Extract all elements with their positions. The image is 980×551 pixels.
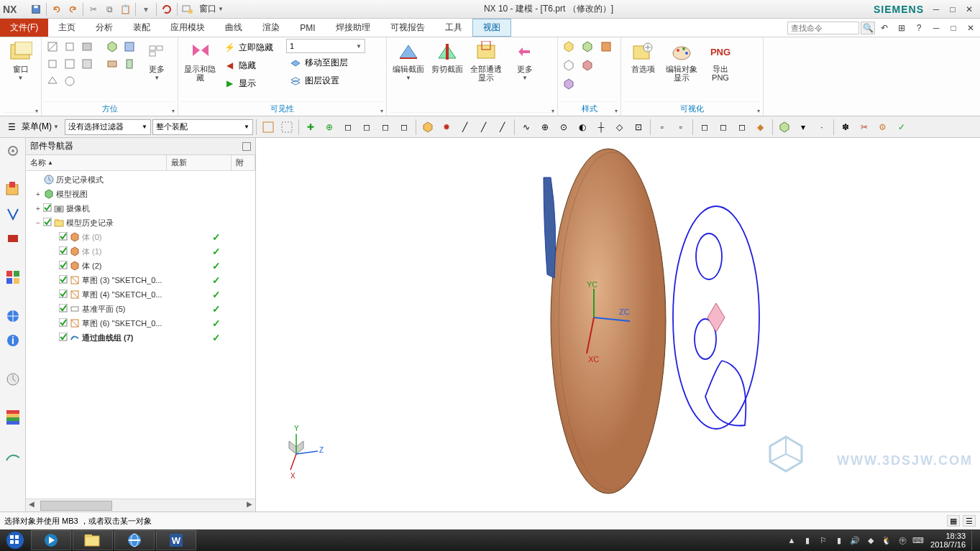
menu-home[interactable]: 主页 (48, 19, 86, 37)
all-through-button[interactable]: 全部通透显示 (467, 39, 505, 83)
nav-constraint-icon[interactable] (3, 228, 23, 249)
snap-9[interactable]: ◐ (574, 119, 591, 136)
checkbox[interactable] (59, 333, 69, 343)
edit-section-button[interactable]: 编辑截面 ▼ (390, 39, 427, 83)
misc-2[interactable]: ✂ (856, 119, 873, 136)
col-name[interactable]: 名称 ▲ (26, 155, 167, 170)
checkbox[interactable] (59, 318, 69, 328)
immediate-hide[interactable]: ⚡立即隐藏 (220, 39, 285, 56)
settings-icon[interactable]: ⊞ (894, 22, 910, 34)
menu-app[interactable]: 应用模块 (160, 19, 215, 37)
help-icon[interactable]: ? (911, 22, 927, 34)
tree-row[interactable]: 草图 (6) "SKETCH_0...✓ (26, 316, 255, 330)
sel-7[interactable]: ◻ (377, 119, 394, 136)
expand-toggle[interactable]: + (33, 205, 43, 213)
sel-6[interactable]: ◻ (358, 119, 375, 136)
search-button[interactable]: 🔍 (861, 22, 875, 34)
menu-view[interactable]: 视图 (472, 19, 511, 37)
checkbox[interactable] (59, 232, 69, 242)
repeat-icon[interactable] (160, 2, 174, 17)
snap-1[interactable] (419, 119, 436, 136)
doc-maximize-button[interactable]: □ (945, 22, 961, 34)
checkbox[interactable] (43, 218, 53, 228)
sel-2[interactable] (278, 119, 296, 136)
nav-horizontal-scrollbar[interactable]: ◀ ▶ (26, 499, 255, 511)
filter-combo[interactable]: 没有选择过滤器▼ (65, 119, 151, 135)
orient-btn-2[interactable] (62, 39, 78, 55)
tray-app2-icon[interactable]: 🐧 (880, 534, 893, 547)
view-trimetric-icon[interactable] (122, 39, 137, 55)
snap-12[interactable]: ⊡ (630, 119, 647, 136)
orient-btn-6[interactable] (79, 56, 95, 72)
col-extra[interactable]: 附 (232, 155, 255, 170)
view-iso-icon[interactable] (104, 39, 120, 55)
orient-btn-8[interactable] (62, 73, 78, 89)
tree-row[interactable]: −模型历史记录 (26, 216, 255, 230)
nav-pin-icon[interactable] (242, 142, 251, 151)
doc-icon[interactable]: ▾ (139, 2, 153, 17)
tree-row[interactable]: 历史记录模式 (26, 172, 255, 187)
sel-8[interactable]: ◻ (395, 119, 413, 136)
misc-3[interactable]: ⚙ (874, 119, 892, 136)
touch-icon[interactable] (180, 2, 195, 17)
status-icon-1[interactable]: ▦ (947, 515, 960, 527)
menu-report[interactable]: 可视报告 (380, 19, 435, 37)
orient-btn-7[interactable] (45, 73, 60, 89)
analysis-2[interactable]: ▾ (794, 119, 812, 136)
obj-2[interactable]: ◻ (715, 119, 732, 136)
undo-icon[interactable] (50, 2, 64, 17)
snap-2[interactable]: ✹ (438, 119, 455, 136)
menu-render[interactable]: 渲染 (252, 19, 290, 37)
nav-assembly-icon[interactable] (3, 204, 23, 224)
checkbox[interactable] (59, 304, 69, 314)
style-studio-icon[interactable] (561, 76, 577, 92)
style-face-icon[interactable] (598, 39, 614, 55)
maximize-button[interactable]: □ (945, 3, 961, 16)
history-icon[interactable]: ↶ (876, 22, 892, 34)
tree-row[interactable]: 体 (2)✓ (26, 259, 255, 273)
show-button[interactable]: ▶显示 (220, 75, 285, 92)
start-button[interactable] (0, 529, 30, 551)
tray-app1-icon[interactable]: ◆ (864, 534, 877, 547)
task-explorer-icon[interactable] (73, 530, 113, 550)
show-hide-button[interactable]: 显示和隐藏 (181, 39, 219, 83)
minimize-button[interactable]: ─ (928, 3, 944, 16)
sel-4[interactable]: ⊕ (321, 119, 338, 136)
window-dropdown-label[interactable]: 窗口 (199, 3, 216, 15)
tree-row[interactable]: 通过曲线组 (7)✓ (26, 330, 255, 345)
col-latest[interactable]: 最新 (167, 155, 232, 170)
checkbox[interactable] (59, 290, 69, 300)
tray-action-icon[interactable]: ⚐ (817, 534, 830, 547)
menu-toggle-icon[interactable]: ☰ (3, 119, 20, 136)
tree-row[interactable]: 体 (1)✓ (26, 244, 255, 259)
analysis-3[interactable]: · (813, 119, 830, 136)
orient-btn-4[interactable] (45, 56, 60, 72)
cut-icon[interactable]: ✂ (86, 2, 101, 17)
view-right-icon[interactable] (122, 56, 137, 72)
style-hidden-icon[interactable] (580, 57, 595, 73)
task-word-icon[interactable]: W (156, 530, 196, 550)
orient-btn-5[interactable] (62, 56, 78, 72)
tray-volume-icon[interactable]: 🔊 (848, 534, 861, 547)
snap-10[interactable]: ┼ (592, 119, 610, 136)
more-orientation[interactable]: 更多 ▼ (139, 39, 175, 83)
checkbox[interactable] (43, 203, 53, 213)
nav-info-icon[interactable]: i (3, 330, 23, 351)
nav-reuse-icon[interactable] (3, 267, 23, 287)
tree-row[interactable]: +摄像机 (26, 201, 255, 216)
show-desktop[interactable] (971, 530, 977, 550)
obj-4[interactable]: ◆ (752, 119, 769, 136)
edit-obj-display-button[interactable]: 编辑对象显示 (663, 39, 700, 83)
nav-history-icon[interactable] (3, 369, 23, 389)
checkbox[interactable] (59, 246, 69, 256)
file-menu[interactable]: 文件(F) (0, 19, 48, 37)
orient-btn-1[interactable] (45, 39, 60, 55)
snap-6[interactable]: ∿ (518, 119, 535, 136)
doc-close-button[interactable]: ✕ (963, 22, 979, 34)
view-front-icon[interactable] (104, 56, 120, 72)
close-button[interactable]: ✕ (961, 3, 977, 16)
assembly-combo[interactable]: 整个装配▼ (152, 119, 253, 135)
save-icon[interactable] (29, 2, 43, 17)
nav-color-icon[interactable] (3, 408, 23, 428)
style-dashed-icon[interactable] (598, 57, 614, 73)
